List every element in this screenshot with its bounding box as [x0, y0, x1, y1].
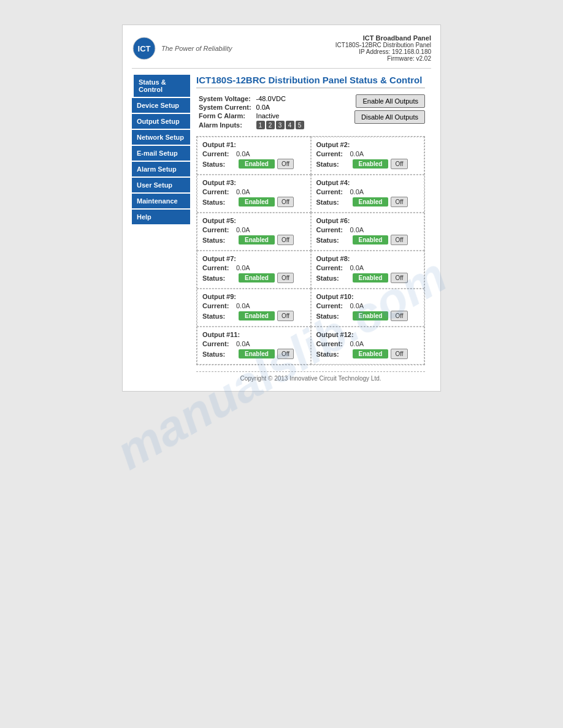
output-current-value-2: 0.0A [350, 150, 364, 157]
output-current-label-9: Current: [202, 302, 236, 309]
output-cell-11: Output #11: Current: 0.0A Status: Enable… [197, 327, 311, 365]
output-enabled-button-7[interactable]: Enabled [239, 273, 275, 282]
output-status-row-11: Status: Enabled Off [202, 349, 305, 359]
sidebar-item-alarm-setup[interactable]: Alarm Setup [132, 162, 190, 176]
output-label-8: Output #8: [316, 255, 419, 262]
sidebar: Status & Control Device Setup Output Set… [132, 75, 190, 382]
output-off-button-8[interactable]: Off [391, 273, 407, 283]
output-current-label-4: Current: [316, 188, 350, 195]
output-off-button-11[interactable]: Off [277, 349, 294, 359]
alarm-input-4: 4 [286, 121, 294, 129]
output-cell-6: Output #6: Current: 0.0A Status: Enabled… [311, 213, 425, 251]
output-enabled-button-8[interactable]: Enabled [353, 273, 389, 282]
sidebar-item-email-setup[interactable]: E-mail Setup [132, 146, 190, 161]
page-wrapper: ICT The Power of Reliability ICT Broadba… [122, 25, 441, 392]
output-enabled-button-12[interactable]: Enabled [353, 349, 389, 358]
output-current-label-12: Current: [316, 340, 350, 347]
disable-all-button[interactable]: Disable All Outputs [354, 110, 425, 124]
output-off-button-6[interactable]: Off [391, 235, 407, 245]
output-off-button-9[interactable]: Off [277, 311, 294, 321]
alarm-input-3: 3 [276, 121, 285, 129]
output-status-row-7: Status: Enabled Off [202, 273, 305, 283]
output-enabled-button-5[interactable]: Enabled [239, 235, 275, 245]
output-current-row-1: Current: 0.0A [202, 150, 305, 157]
output-enabled-button-2[interactable]: Enabled [353, 159, 389, 169]
svg-text:ICT: ICT [138, 44, 151, 53]
output-cell-8: Output #8: Current: 0.0A Status: Enabled… [311, 251, 425, 289]
output-current-row-12: Current: 0.0A [316, 340, 419, 347]
alarm-label: Form C Alarm: [196, 112, 254, 120]
output-current-row-11: Current: 0.0A [202, 340, 305, 347]
output-off-button-3[interactable]: Off [277, 197, 294, 207]
output-status-row-6: Status: Enabled Off [316, 235, 419, 245]
output-off-button-1[interactable]: Off [277, 159, 294, 169]
output-enabled-button-11[interactable]: Enabled [239, 349, 275, 358]
output-label-9: Output #9: [202, 293, 305, 300]
output-status-label-2: Status: [316, 161, 350, 168]
output-current-value-9: 0.0A [236, 302, 250, 309]
output-current-label-7: Current: [202, 264, 236, 271]
sidebar-item-help[interactable]: Help [132, 210, 190, 224]
output-label-2: Output #2: [316, 141, 419, 148]
system-info-row: System Voltage: -48.0VDC System Current:… [196, 94, 425, 130]
control-buttons: Enable All Outputs Disable All Outputs [354, 94, 425, 124]
output-enabled-button-6[interactable]: Enabled [353, 235, 389, 245]
output-current-row-10: Current: 0.0A [316, 302, 419, 309]
sidebar-item-device-setup[interactable]: Device Setup [132, 98, 190, 113]
output-off-button-7[interactable]: Off [277, 273, 294, 283]
output-status-row-3: Status: Enabled Off [202, 197, 305, 207]
enable-all-button[interactable]: Enable All Outputs [356, 94, 425, 108]
sidebar-item-output-setup[interactable]: Output Setup [132, 114, 190, 129]
alarm-input-2: 2 [266, 121, 275, 129]
sidebar-item-maintenance[interactable]: Maintenance [132, 194, 190, 208]
output-enabled-button-9[interactable]: Enabled [239, 311, 275, 320]
output-status-row-8: Status: Enabled Off [316, 273, 419, 283]
output-current-row-9: Current: 0.0A [202, 302, 305, 309]
output-current-value-5: 0.0A [236, 226, 250, 233]
output-current-value-7: 0.0A [236, 264, 250, 271]
output-off-button-5[interactable]: Off [277, 235, 294, 245]
output-off-button-4[interactable]: Off [391, 197, 407, 207]
output-status-label-5: Status: [202, 237, 236, 244]
output-label-1: Output #1: [202, 141, 305, 148]
main-layout: Status & Control Device Setup Output Set… [132, 75, 431, 382]
alarm-inputs: 1 2 3 4 5 [256, 121, 304, 129]
footer: Copyright © 2013 Innovative Circuit Tech… [196, 371, 425, 382]
output-enabled-button-10[interactable]: Enabled [353, 311, 389, 320]
header-brand: ICT Broadband Panel [335, 34, 431, 42]
logo-tagline: The Power of Reliability [161, 45, 232, 52]
output-off-button-2[interactable]: Off [391, 159, 407, 169]
output-current-value-3: 0.0A [236, 188, 250, 195]
header-ip: IP Address: 192.168.0.180 [335, 48, 431, 55]
output-current-label-6: Current: [316, 226, 350, 233]
output-status-row-12: Status: Enabled Off [316, 349, 419, 359]
content-area: ICT180S-12BRC Distribution Panel Status … [190, 75, 431, 382]
alarm-value: Inactive [254, 112, 307, 120]
output-enabled-button-4[interactable]: Enabled [353, 197, 389, 207]
output-current-value-8: 0.0A [350, 264, 364, 271]
output-status-label-12: Status: [316, 351, 350, 358]
output-label-4: Output #4: [316, 179, 419, 186]
output-cell-4: Output #4: Current: 0.0A Status: Enabled… [311, 175, 425, 213]
output-current-row-5: Current: 0.0A [202, 226, 305, 233]
output-cell-7: Output #7: Current: 0.0A Status: Enabled… [197, 251, 311, 289]
output-off-button-10[interactable]: Off [391, 311, 407, 321]
sidebar-item-status-control[interactable]: Status & Control [132, 75, 190, 97]
output-current-value-4: 0.0A [350, 188, 364, 195]
inputs-label: Alarm Inputs: [196, 120, 254, 130]
output-cell-3: Output #3: Current: 0.0A Status: Enabled… [197, 175, 311, 213]
voltage-value: -48.0VDC [254, 94, 307, 103]
output-status-label-7: Status: [202, 275, 236, 282]
output-cell-12: Output #12: Current: 0.0A Status: Enable… [311, 327, 425, 365]
output-current-label-5: Current: [202, 226, 236, 233]
output-status-row-2: Status: Enabled Off [316, 159, 419, 169]
sidebar-item-user-setup[interactable]: User Setup [132, 178, 190, 192]
output-enabled-button-3[interactable]: Enabled [239, 197, 275, 207]
output-status-row-1: Status: Enabled Off [202, 159, 305, 169]
output-enabled-button-1[interactable]: Enabled [239, 159, 275, 169]
output-current-row-8: Current: 0.0A [316, 264, 419, 271]
output-off-button-12[interactable]: Off [391, 349, 407, 359]
sidebar-item-network-setup[interactable]: Network Setup [132, 130, 190, 145]
output-status-label-11: Status: [202, 351, 236, 358]
voltage-label: System Voltage: [196, 94, 254, 103]
